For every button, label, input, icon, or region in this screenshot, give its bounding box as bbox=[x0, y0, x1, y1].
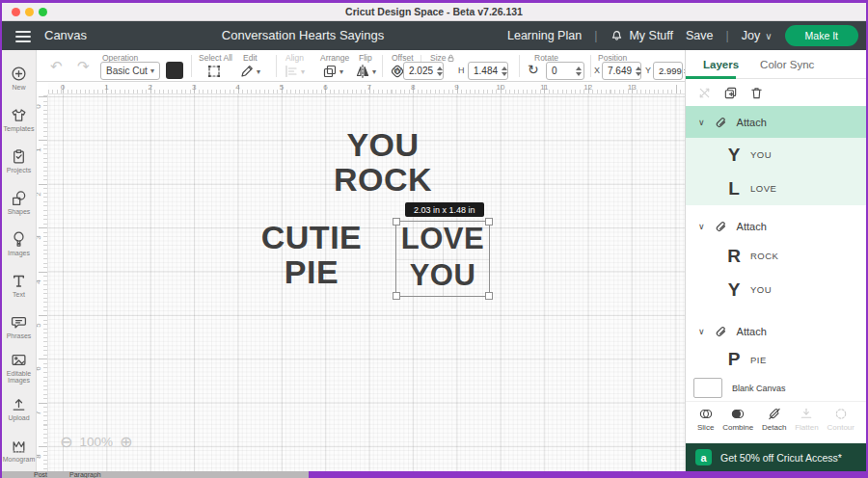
layer-row[interactable]: L LOVE bbox=[686, 172, 866, 205]
upload-icon bbox=[11, 396, 27, 412]
position-x-stepper[interactable]: 7.649 bbox=[602, 62, 641, 80]
zoom-control: ⊖ 100% ⊕ bbox=[60, 433, 132, 451]
cricut-access-banner[interactable]: a Get 50% off Cricut Access* bbox=[686, 443, 866, 471]
layer-row[interactable]: R ROCK bbox=[686, 239, 866, 273]
op-label: Contour bbox=[827, 423, 854, 432]
layer-row[interactable]: Y YOU bbox=[686, 273, 866, 306]
tab-layers[interactable]: Layers bbox=[703, 59, 739, 70]
layer-group-attach-2[interactable]: ∨ Attach bbox=[686, 214, 866, 239]
sidebar-item-projects[interactable]: Projects bbox=[2, 141, 36, 182]
selection-handle-nw[interactable] bbox=[393, 218, 400, 226]
duplicate-icon[interactable] bbox=[723, 86, 738, 100]
selection-handle-se[interactable] bbox=[485, 292, 493, 300]
minimize-button[interactable] bbox=[25, 8, 34, 16]
canvas-text-cutie-pie[interactable]: CUTIE PIE bbox=[249, 220, 374, 289]
combine-icon bbox=[730, 407, 746, 421]
sidebar-item-new[interactable]: New bbox=[2, 58, 36, 99]
bell-icon[interactable] bbox=[610, 29, 624, 43]
toolbar-divider bbox=[191, 55, 192, 77]
fullscreen-button[interactable] bbox=[39, 8, 47, 16]
rotate-icon[interactable]: ↻ bbox=[528, 63, 539, 76]
layer-group-attach-1[interactable]: ∨ Attach bbox=[686, 106, 866, 138]
sidebar-item-text[interactable]: Text bbox=[2, 265, 36, 306]
learning-plan-link[interactable]: Learning Plan bbox=[507, 29, 582, 42]
monogram-icon bbox=[11, 438, 27, 454]
user-menu[interactable]: Joy ∨ bbox=[742, 29, 773, 42]
save-button[interactable]: Save bbox=[686, 29, 714, 42]
layer-label: PIE bbox=[750, 355, 767, 365]
delete-icon[interactable] bbox=[749, 86, 764, 100]
operation-select[interactable]: Basic Cut ▾ bbox=[100, 62, 160, 80]
selection-handle-ne[interactable] bbox=[485, 218, 493, 226]
layer-row[interactable]: Y YOU bbox=[686, 138, 866, 172]
canvas-text-love-you[interactable]: LOVE YOU bbox=[394, 221, 491, 294]
position-y-stepper[interactable]: 2.999 bbox=[653, 62, 683, 80]
canvas-text-you-rock[interactable]: YOU ROCK bbox=[318, 127, 448, 197]
my-stuff-link[interactable]: My Stuff bbox=[610, 29, 673, 43]
canvas-text-line: YOU bbox=[394, 257, 491, 294]
slice-button[interactable]: Slice bbox=[697, 402, 714, 436]
ruler-number: 7 bbox=[37, 411, 42, 414]
layer-group-attach-3[interactable]: ∨ Attach bbox=[686, 319, 866, 344]
hamburger-menu-icon[interactable] bbox=[15, 31, 31, 45]
layer-group-label: Attach bbox=[737, 326, 767, 337]
select-all-icon[interactable] bbox=[206, 64, 222, 79]
rotate-stepper[interactable]: 0 bbox=[546, 62, 584, 80]
nav-canvas-label[interactable]: Canvas bbox=[44, 21, 87, 50]
redo-icon[interactable]: ↷ bbox=[77, 59, 90, 73]
tab-color-sync[interactable]: Color Sync bbox=[760, 59, 814, 70]
arrange-icon[interactable]: ▾ bbox=[322, 64, 343, 79]
app-window: Cricut Design Space - Beta v7.26.131 Can… bbox=[0, 0, 868, 478]
zoom-in-icon[interactable]: ⊕ bbox=[120, 433, 132, 451]
blank-canvas-row[interactable]: Blank Canvas bbox=[686, 375, 866, 401]
height-stepper[interactable]: 1.484 bbox=[468, 62, 508, 80]
op-label: Flatten bbox=[795, 423, 818, 432]
detach-button[interactable]: Detach bbox=[762, 402, 786, 436]
contour-button: Contour bbox=[827, 402, 854, 436]
sidebar-item-label: Editable Images bbox=[2, 370, 36, 385]
height-value: 1.484 bbox=[474, 66, 498, 76]
canvas-text-line: LOVE bbox=[394, 221, 491, 257]
undo-icon[interactable]: ↶ bbox=[50, 59, 63, 73]
color-swatch[interactable] bbox=[166, 62, 183, 79]
caret-down-icon: ▾ bbox=[257, 67, 260, 76]
background-window-sliver: Post Paragraph bbox=[2, 471, 309, 478]
flip-icon[interactable]: ▾ bbox=[355, 64, 376, 79]
chevron-down-icon[interactable]: ∨ bbox=[698, 222, 705, 231]
selection-handle-sw[interactable] bbox=[393, 292, 400, 300]
close-button[interactable] bbox=[12, 8, 20, 16]
ruler-number: 6 bbox=[323, 83, 327, 92]
zoom-out-icon[interactable]: ⊖ bbox=[60, 433, 72, 451]
sidebar-item-shapes[interactable]: Shapes bbox=[2, 182, 36, 224]
sidebar-item-upload[interactable]: Upload bbox=[2, 388, 36, 430]
sidebar-item-label: Upload bbox=[8, 414, 29, 422]
sidebar-item-templates[interactable]: Templates bbox=[2, 99, 36, 141]
sidebar-item-phrases[interactable]: Phrases bbox=[2, 305, 36, 347]
selection-box[interactable]: LOVE YOU bbox=[395, 221, 490, 297]
layer-row[interactable]: P PIE bbox=[686, 344, 866, 375]
sidebar-item-images[interactable]: Images bbox=[2, 224, 36, 265]
op-label: Detach bbox=[762, 423, 786, 432]
active-tab-underline bbox=[686, 76, 736, 79]
canvas-text-line: CUTIE bbox=[249, 220, 374, 254]
toolbar-divider bbox=[590, 55, 591, 77]
ruler-number: 1 bbox=[37, 148, 42, 152]
ruler-number: 0 bbox=[61, 83, 65, 92]
canvas-area: 012345678910111213 012345678 YOU ROCK CU… bbox=[37, 82, 685, 471]
sidebar-item-monogram[interactable]: Monogram bbox=[2, 430, 36, 471]
width-stepper[interactable]: 2.025 bbox=[403, 62, 444, 80]
chevron-down-icon[interactable]: ∨ bbox=[698, 118, 705, 127]
make-it-button[interactable]: Make It bbox=[785, 25, 858, 46]
edit-pencil-icon[interactable]: ▾ bbox=[239, 64, 260, 79]
ruler-number: 3 bbox=[37, 235, 42, 239]
ruler-number: 2 bbox=[37, 192, 42, 196]
ruler-number: 4 bbox=[37, 279, 42, 283]
layers-panel: Layers Color Sync ∨ Attach Y YOU L LOVE … bbox=[685, 50, 866, 471]
layer-label: YOU bbox=[750, 284, 772, 295]
sidebar-item-editable-images[interactable]: Editable Images bbox=[2, 347, 36, 388]
combine-button[interactable]: Combine bbox=[722, 402, 753, 436]
lock-icon[interactable] bbox=[446, 53, 456, 64]
chevron-down-icon[interactable]: ∨ bbox=[698, 327, 705, 336]
ruler-vertical: 012345678 bbox=[37, 94, 48, 471]
layer-label: LOVE bbox=[750, 183, 776, 194]
